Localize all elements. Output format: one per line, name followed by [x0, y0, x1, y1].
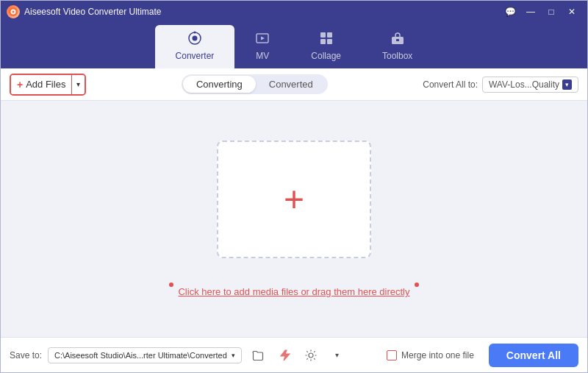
chat-button[interactable]: 💬: [501, 4, 520, 19]
svg-rect-9: [320, 39, 326, 44]
merge-checkbox-area[interactable]: Merge into one file: [387, 350, 474, 360]
merge-label: Merge into one file: [401, 350, 474, 360]
title-bar: Aiseesoft Video Converter Ultimate 💬 — □…: [1, 1, 587, 23]
svg-rect-12: [396, 39, 399, 41]
add-files-label: Add Files: [26, 79, 65, 90]
app-logo: [7, 5, 20, 18]
toolbox-icon: [390, 31, 405, 48]
main-content: + Click here to add media files or drag …: [1, 101, 587, 337]
svg-rect-7: [320, 32, 326, 38]
settings-button[interactable]: [301, 345, 321, 366]
tab-navigation: Converter MV Collage: [1, 23, 587, 68]
tab-toolbox[interactable]: Toolbox: [362, 25, 433, 68]
svg-rect-10: [327, 39, 332, 44]
save-path-select[interactable]: C:\Aiseesoft Studio\Ais...rter Ultimate\…: [48, 347, 242, 363]
svg-point-2: [12, 11, 15, 13]
app-title: Aiseesoft Video Converter Ultimate: [24, 7, 501, 17]
svg-point-5: [193, 32, 196, 34]
tab-converter-label: Converter: [176, 51, 215, 61]
tab-mv[interactable]: MV: [234, 25, 290, 68]
footer: Save to: C:\Aiseesoft Studio\Ais...rter …: [1, 337, 587, 372]
maximize-button[interactable]: □: [542, 4, 561, 19]
convert-all-to-section: Convert All to: WAV-Los...Quality ▾: [423, 77, 578, 93]
more-settings-dropdown[interactable]: ▾: [327, 345, 348, 366]
svg-rect-8: [327, 32, 332, 38]
app-window: Aiseesoft Video Converter Ultimate 💬 — □…: [0, 0, 588, 373]
format-value: WAV-Los...Quality: [489, 79, 559, 90]
mv-icon: [255, 31, 270, 48]
tab-mv-label: MV: [256, 51, 269, 61]
status-tab-converted[interactable]: Converted: [256, 76, 326, 93]
converter-icon: [187, 31, 202, 48]
drop-hint-wrapper: Click here to add media files or drag th…: [169, 271, 418, 297]
tab-collage[interactable]: Collage: [290, 25, 362, 68]
plus-icon: +: [17, 79, 23, 90]
toolbar: + Add Files ▾ Converting Converted Conve…: [1, 68, 587, 101]
tab-collage-label: Collage: [311, 51, 341, 61]
drop-zone[interactable]: +: [217, 141, 371, 258]
svg-point-4: [192, 36, 197, 41]
minimize-button[interactable]: —: [521, 4, 540, 19]
format-dropdown-arrow: ▾: [562, 79, 572, 90]
path-dropdown-arrow: ▾: [232, 352, 235, 359]
window-controls: 💬 — □ ✕: [501, 4, 581, 19]
status-tab-converting[interactable]: Converting: [183, 76, 256, 93]
format-select[interactable]: WAV-Los...Quality ▾: [482, 77, 578, 93]
collage-icon: [319, 31, 334, 48]
svg-point-13: [309, 353, 313, 358]
add-files-button[interactable]: + Add Files ▾: [10, 74, 86, 96]
convert-all-button[interactable]: Convert All: [489, 344, 578, 367]
merge-checkbox[interactable]: [387, 350, 397, 360]
drop-hint-text[interactable]: Click here to add media files or drag th…: [178, 286, 409, 297]
open-folder-button[interactable]: [248, 345, 268, 366]
red-dot-left: [169, 283, 173, 287]
save-to-label: Save to:: [10, 350, 42, 360]
save-path-value: C:\Aiseesoft Studio\Ais...rter Ultimate\…: [54, 351, 227, 360]
lightning-button[interactable]: [274, 345, 295, 366]
tab-toolbox-label: Toolbox: [382, 51, 412, 61]
add-files-main[interactable]: + Add Files: [11, 75, 71, 94]
add-files-dropdown[interactable]: ▾: [71, 75, 85, 94]
status-tabs: Converting Converted: [182, 74, 328, 94]
red-dot-right: [415, 283, 419, 287]
drop-plus-icon: +: [284, 182, 304, 217]
convert-all-to-label: Convert All to:: [423, 79, 478, 90]
tab-converter[interactable]: Converter: [155, 25, 235, 68]
close-button[interactable]: ✕: [562, 4, 581, 19]
